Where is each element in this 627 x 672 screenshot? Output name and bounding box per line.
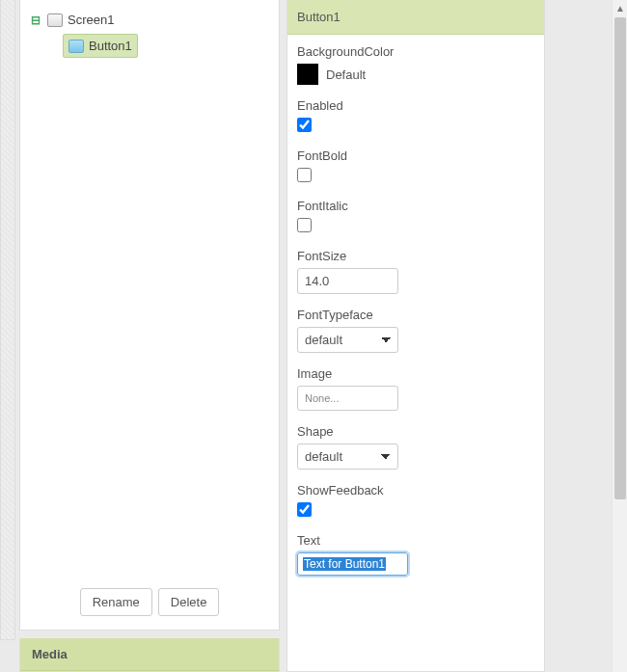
component-tree: ⊟ Screen1 Button1 xyxy=(20,0,279,578)
prop-label: BackgroundColor xyxy=(297,44,534,59)
prop-shape: Shape default xyxy=(297,424,534,470)
media-header: Media xyxy=(20,638,279,671)
fonttypeface-select[interactable]: default xyxy=(297,327,398,353)
prop-backgroundcolor: BackgroundColor Default xyxy=(297,44,534,85)
prop-enabled: Enabled xyxy=(297,98,534,135)
prop-label: FontItalic xyxy=(297,199,534,213)
prop-image: Image None... xyxy=(297,366,534,411)
prop-label: Enabled xyxy=(297,98,534,113)
fontsize-input[interactable] xyxy=(297,268,398,294)
prop-label: FontSize xyxy=(297,249,534,263)
tree-label: Screen1 xyxy=(68,13,114,27)
prop-label: FontBold xyxy=(297,148,534,163)
left-sliver xyxy=(0,0,15,640)
prop-text: Text Text for Button1 xyxy=(297,533,534,576)
shape-select[interactable]: default xyxy=(297,444,398,470)
screen-icon xyxy=(47,13,63,27)
tree-label: Button1 xyxy=(89,39,132,53)
component-actions: Rename Delete xyxy=(20,578,279,630)
prop-label: Text xyxy=(297,533,534,548)
image-picker[interactable]: None... xyxy=(297,386,398,411)
media-panel: Media xyxy=(19,638,280,672)
color-swatch-text: Default xyxy=(326,67,366,82)
enabled-checkbox[interactable] xyxy=(297,118,312,132)
rename-button[interactable]: Rename xyxy=(80,588,152,616)
prop-showfeedback: ShowFeedback xyxy=(297,483,534,520)
collapse-icon[interactable]: ⊟ xyxy=(30,14,41,26)
prop-fonttypeface: FontTypeface default xyxy=(297,308,534,353)
text-input[interactable]: Text for Button1 xyxy=(297,552,408,576)
prop-label: Shape xyxy=(297,424,534,439)
fontitalic-checkbox[interactable] xyxy=(297,218,312,232)
color-swatch-icon xyxy=(297,64,318,85)
properties-panel: Button1 BackgroundColor Default Enabled … xyxy=(286,0,545,672)
tree-row-screen1[interactable]: ⊟ Screen1 xyxy=(28,10,271,30)
components-panel: ⊟ Screen1 Button1 Rename Delete xyxy=(19,0,280,631)
fontbold-checkbox[interactable] xyxy=(297,168,312,182)
button-icon xyxy=(68,40,84,53)
prop-label: FontTypeface xyxy=(297,308,534,322)
properties-header: Button1 xyxy=(287,0,544,35)
tree-row-button1[interactable]: Button1 xyxy=(63,34,138,58)
backgroundcolor-picker[interactable]: Default xyxy=(297,64,534,85)
showfeedback-checkbox[interactable] xyxy=(297,502,312,517)
text-input-selection: Text for Button1 xyxy=(303,557,386,571)
vertical-scrollbar[interactable]: ▲ xyxy=(612,0,627,672)
prop-label: ShowFeedback xyxy=(297,483,534,497)
prop-fontbold: FontBold xyxy=(297,148,534,185)
delete-button[interactable]: Delete xyxy=(158,588,220,616)
prop-fontsize: FontSize xyxy=(297,249,534,294)
prop-fontitalic: FontItalic xyxy=(297,199,534,235)
scroll-thumb[interactable] xyxy=(614,17,626,499)
prop-label: Image xyxy=(297,366,534,381)
scroll-up-icon[interactable]: ▲ xyxy=(613,0,627,15)
